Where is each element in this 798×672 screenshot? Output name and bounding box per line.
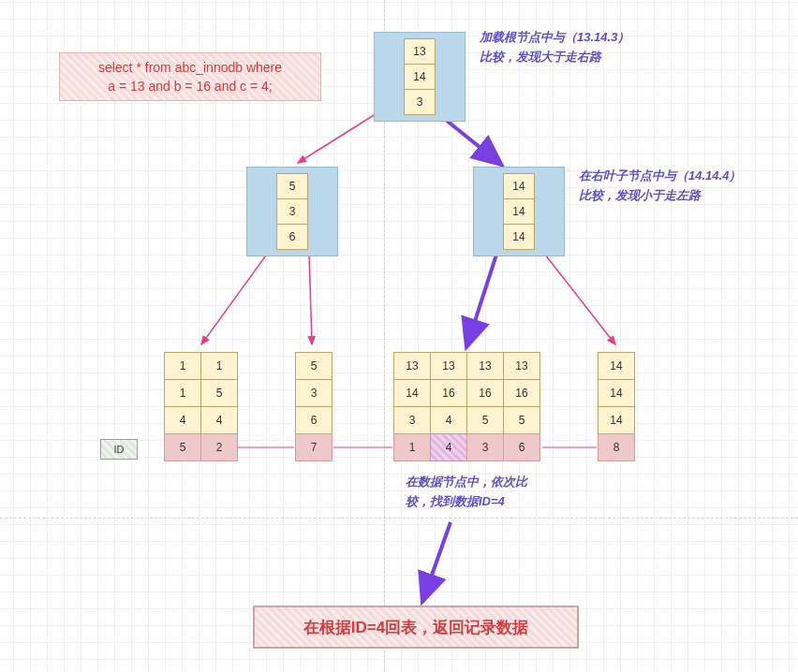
left-cell-1: 3: [276, 198, 308, 225]
leaf2-c0r2: 6: [295, 406, 332, 434]
left-cell-0: 5: [276, 173, 308, 199]
leaf3-c0r1: 14: [393, 379, 431, 407]
leaf3-c0r0: 13: [393, 352, 431, 380]
leaf3-c3r3: 6: [503, 433, 540, 461]
leaf3-c1r3-selected: 4: [430, 433, 467, 461]
sql-line-2: a = 13 and b = 16 and c = 4;: [98, 77, 282, 95]
leaf-node-2: 5 3 6 7: [295, 352, 332, 461]
leaf4-c0r2: 14: [598, 406, 635, 434]
right-cell-0: 14: [503, 173, 535, 199]
leaf4-c0r0: 14: [598, 352, 635, 380]
leaf3-c2r1: 16: [466, 379, 504, 407]
leaf3-c1r2: 4: [430, 406, 467, 434]
leaf3-c3r0: 13: [503, 352, 540, 380]
leaf4-c0r1: 14: [598, 379, 635, 407]
leaf1-c1r3: 2: [200, 433, 238, 461]
leaf-node-1: 1 1 4 5 1 5 4 2: [164, 352, 238, 461]
annotation-right: 在右叶子节点中与（14.14.4）比较，发现小于走左路: [579, 167, 794, 206]
root-node: 13 14 3: [374, 32, 466, 122]
leaf1-c1r0: 1: [200, 352, 238, 380]
leaf3-c1r0: 13: [430, 352, 467, 380]
annotation-root: 加载根节点中与（13.14.3）比较，发现大于走右路: [480, 28, 714, 67]
leaf3-c0r3: 1: [393, 433, 431, 461]
leaf2-c0r1: 3: [295, 379, 332, 407]
leaf2-c0r0: 5: [295, 352, 332, 380]
root-cell-0: 13: [404, 38, 436, 65]
left-cell-2: 6: [276, 224, 308, 250]
result-text: 在根据ID=4回表，返回记录数据: [303, 617, 528, 638]
right-cell-2: 14: [503, 224, 535, 250]
leaf3-c3r1: 16: [503, 379, 540, 407]
result-box: 在根据ID=4回表，返回记录数据: [253, 606, 579, 649]
left-child-node: 5 3 6: [246, 167, 338, 256]
sql-line-1: select * from abc_innodb where: [98, 58, 282, 77]
leaf3-c0r2: 3: [393, 406, 431, 434]
leaf-node-4: 14 14 14 8: [598, 352, 635, 461]
leaf1-c1r1: 5: [200, 379, 238, 407]
right-child-node: 14 14 14: [473, 167, 565, 256]
leaf1-c0r3: 5: [164, 433, 201, 461]
sql-query-box: select * from abc_innodb where a = 13 an…: [59, 52, 321, 101]
root-cell-2: 3: [404, 89, 436, 115]
leaf3-c2r2: 5: [466, 406, 504, 434]
leaf3-c2r3: 3: [466, 433, 504, 461]
leaf4-c0r3: 8: [598, 433, 635, 461]
leaf3-c3r2: 5: [503, 406, 540, 434]
leaf1-c1r2: 4: [200, 406, 238, 434]
leaf1-c0r1: 1: [164, 379, 201, 407]
leaf-node-3: 13 14 3 1 13 16 4 4 13 16 5 3 13 16 5 6: [393, 352, 540, 461]
leaf1-c0r0: 1: [164, 352, 201, 380]
leaf3-c1r1: 16: [430, 379, 467, 407]
leaf3-c2r0: 13: [466, 352, 504, 380]
leaf2-c0r3: 7: [295, 433, 332, 461]
right-cell-1: 14: [503, 198, 535, 225]
annotation-data: 在数据节点中，依次比较，找到数据ID=4: [406, 473, 593, 512]
id-row-label: ID: [100, 439, 138, 460]
leaf1-c0r2: 4: [164, 406, 201, 434]
root-cell-1: 14: [404, 64, 436, 90]
